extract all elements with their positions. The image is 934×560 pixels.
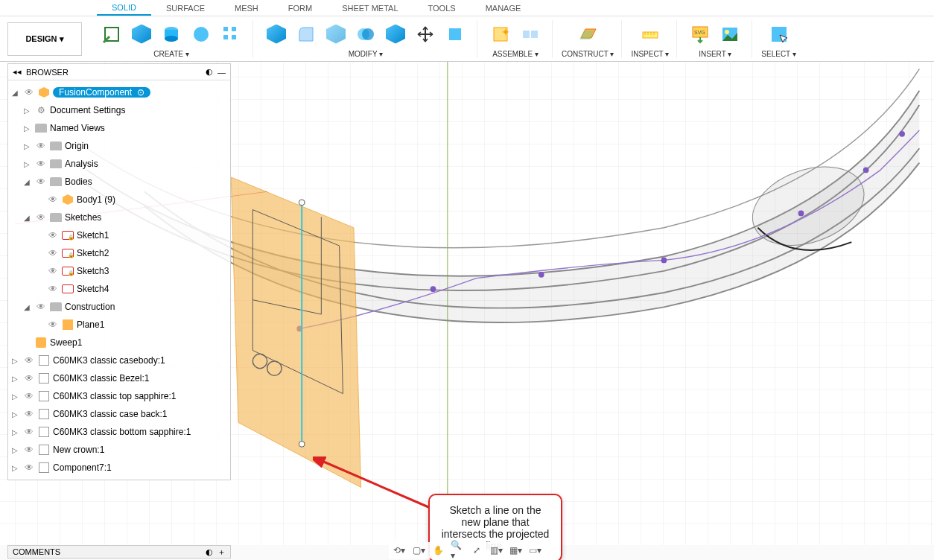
group-inspect: INSPECT ▾ xyxy=(631,20,677,58)
svg-point-29 xyxy=(798,211,804,217)
tree-sketch2[interactable]: 👁 Sketch2 xyxy=(10,244,229,262)
tree-sketch1[interactable]: 👁 Sketch1 xyxy=(10,226,229,244)
group-assemble: ✦ ASSEMBLE ▾ xyxy=(486,20,553,58)
box-icon[interactable] xyxy=(129,22,154,47)
comments-settings-icon[interactable]: ◐ xyxy=(206,547,213,557)
tree-body1[interactable]: 👁 Body1 (9) xyxy=(10,191,229,209)
display-icon[interactable]: ▥▾ xyxy=(489,544,503,557)
browser-panel: ◂◂ BROWSER ◐ — ◢👁 FusionComponent ⊙ ▷⚙ D… xyxy=(7,63,231,480)
tree-comp-bottom-sapphire[interactable]: ▷👁 C60MK3 classic bottom sapphire:1 xyxy=(10,423,229,441)
tree-sketch4[interactable]: 👁 Sketch4 xyxy=(10,280,229,298)
insert-svg-icon[interactable]: SVG xyxy=(687,22,713,47)
c2-label: C60MK3 classic Bezel:1 xyxy=(53,373,149,384)
shell-icon[interactable] xyxy=(323,22,349,47)
tree-doc-settings[interactable]: ▷⚙ Document Settings xyxy=(10,101,229,119)
tab-manage[interactable]: MANAGE xyxy=(471,1,536,15)
select-label[interactable]: SELECT ▾ xyxy=(761,48,796,58)
plane1-label: Plane1 xyxy=(77,319,104,330)
pattern-icon[interactable] xyxy=(218,22,244,47)
browser-minimize-icon[interactable]: — xyxy=(217,68,226,77)
tree-origin[interactable]: ▷👁 Origin xyxy=(10,137,229,155)
viewport-icon[interactable]: ▭▾ xyxy=(527,544,542,557)
create-label[interactable]: CREATE ▾ xyxy=(153,48,189,58)
grid-icon[interactable]: ▦▾ xyxy=(508,544,523,557)
sketch1-label: Sketch1 xyxy=(77,230,109,241)
combine-icon[interactable] xyxy=(353,22,378,47)
inspect-label[interactable]: INSPECT ▾ xyxy=(631,48,669,58)
svg-point-26 xyxy=(431,286,436,292)
group-create: CREATE ▾ xyxy=(98,20,253,58)
svg-point-27 xyxy=(539,272,544,278)
svg-rect-7 xyxy=(223,35,228,39)
tree-construction[interactable]: ◢👁 Construction xyxy=(10,298,229,316)
presspull-icon[interactable] xyxy=(264,22,289,47)
c4-label: C60MK3 classic case back:1 xyxy=(53,409,167,419)
tree-comp-new-crown[interactable]: ▷👁 New crown:1 xyxy=(10,441,229,459)
svg-rect-14 xyxy=(523,31,530,38)
insert-image-icon[interactable] xyxy=(717,22,743,47)
move-icon[interactable] xyxy=(413,22,438,47)
group-construct: CONSTRUCT ▾ xyxy=(562,20,622,58)
pan-icon[interactable]: ✋ xyxy=(431,544,445,557)
tree-named-views[interactable]: ▷ Named Views xyxy=(10,119,229,137)
svg-point-3 xyxy=(165,36,178,42)
tree-sketch3[interactable]: 👁 Sketch3 xyxy=(10,262,229,280)
create-sketch-icon[interactable] xyxy=(99,22,124,47)
svg-point-36 xyxy=(299,442,305,448)
group-insert: SVG INSERT ▾ xyxy=(686,20,752,58)
tree-comp-top-sapphire[interactable]: ▷👁 C60MK3 classic top sapphire:1 xyxy=(10,387,229,405)
browser-tree: ◢👁 FusionComponent ⊙ ▷⚙ Document Setting… xyxy=(8,80,230,480)
tree-sketches[interactable]: ◢👁 Sketches xyxy=(10,209,229,226)
tab-tools[interactable]: TOOLS xyxy=(413,1,471,15)
root-label: FusionComponent xyxy=(59,87,132,98)
body1-label: Body1 (9) xyxy=(77,194,115,205)
new-component-icon[interactable]: ✦ xyxy=(488,22,513,47)
fit-icon[interactable]: ⤢ xyxy=(469,544,484,557)
workspace-switcher[interactable]: DESIGN ▾ xyxy=(7,22,82,56)
tree-comp-caseback[interactable]: ▷👁 C60MK3 classic case back:1 xyxy=(10,405,229,423)
svg-point-35 xyxy=(299,200,305,206)
assemble-label[interactable]: ASSEMBLE ▾ xyxy=(492,48,539,58)
analysis-label: Analysis xyxy=(65,159,98,169)
split-icon[interactable] xyxy=(383,22,408,47)
tab-solid[interactable]: SOLID xyxy=(97,1,151,16)
modify-label[interactable]: MODIFY ▾ xyxy=(349,48,383,58)
tree-comp-bezel[interactable]: ▷👁 C60MK3 classic Bezel:1 xyxy=(10,369,229,387)
tree-root[interactable]: ◢👁 FusionComponent ⊙ xyxy=(10,83,229,101)
browser-settings-icon[interactable]: ◐ xyxy=(206,67,213,77)
browser-collapse-icon[interactable]: ◂◂ xyxy=(13,67,22,77)
align-icon[interactable] xyxy=(442,22,468,47)
tab-form[interactable]: FORM xyxy=(273,1,327,15)
svg-point-31 xyxy=(899,131,905,137)
tree-analysis[interactable]: ▷👁 Analysis xyxy=(10,155,229,173)
svg-rect-5 xyxy=(223,27,228,31)
tree-comp-casebody[interactable]: ▷👁 C60MK3 classic casebody:1 xyxy=(10,351,229,369)
orbit-icon[interactable]: ⟲▾ xyxy=(392,544,407,557)
cylinder-icon[interactable] xyxy=(159,22,184,47)
insert-label[interactable]: INSERT ▾ xyxy=(699,48,731,58)
svg-text:✦: ✦ xyxy=(501,26,510,38)
zoom-icon[interactable]: 🔍▾ xyxy=(450,544,465,557)
tree-bodies[interactable]: ◢👁 Bodies xyxy=(10,173,229,191)
lookat-icon[interactable]: ▢▾ xyxy=(411,544,426,557)
svg-point-10 xyxy=(362,28,374,40)
tab-mesh[interactable]: MESH xyxy=(220,1,273,15)
select-icon[interactable] xyxy=(766,22,792,47)
c1-label: C60MK3 classic casebody:1 xyxy=(53,355,165,366)
construct-label[interactable]: CONSTRUCT ▾ xyxy=(562,48,614,58)
doc-settings-label: Document Settings xyxy=(50,105,125,115)
tree-comp-component7[interactable]: ▷👁 Component7:1 xyxy=(10,459,229,477)
sphere-icon[interactable] xyxy=(188,22,214,47)
fillet-icon[interactable] xyxy=(293,22,319,47)
svg-point-20 xyxy=(725,30,729,34)
tree-sweep1[interactable]: Sweep1 xyxy=(10,334,229,351)
svg-point-30 xyxy=(863,167,869,173)
comments-expand-icon[interactable]: ＋ xyxy=(217,547,226,558)
tree-plane1[interactable]: 👁 Plane1 xyxy=(10,316,229,334)
tab-surface[interactable]: SURFACE xyxy=(151,1,220,15)
comments-bar[interactable]: COMMENTS ◐ ＋ xyxy=(7,545,231,559)
joint-icon[interactable] xyxy=(518,22,543,47)
measure-icon[interactable] xyxy=(638,22,663,47)
tab-sheetmetal[interactable]: SHEET METAL xyxy=(327,1,413,15)
construct-plane-icon[interactable] xyxy=(575,22,600,47)
